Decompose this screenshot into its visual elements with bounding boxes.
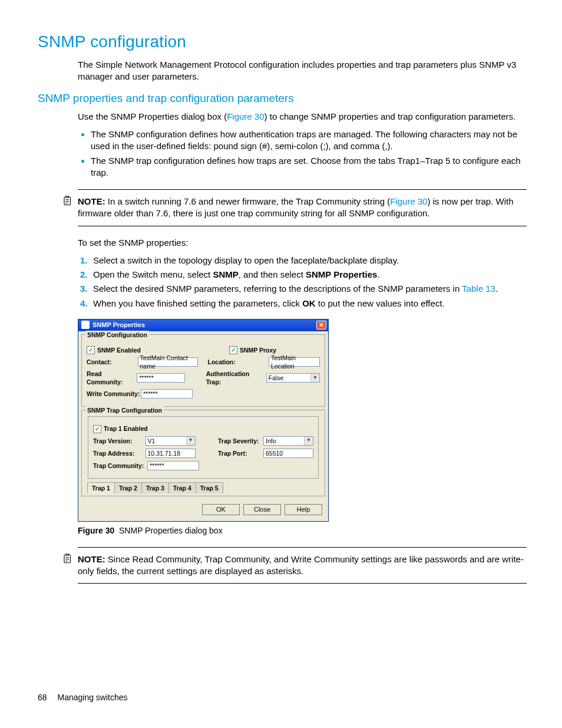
contact-label: Contact: xyxy=(87,358,138,366)
step-2: Open the Switch menu, select SNMP, and t… xyxy=(93,269,527,281)
note-label: NOTE: xyxy=(78,196,105,206)
figure-caption: Figure 30 SNMP Properties dialog box xyxy=(78,525,527,536)
ok-button[interactable]: OK xyxy=(202,504,240,515)
trap-tabs: Trap 1 Trap 2 Trap 3 Trap 4 Trap 5 xyxy=(87,482,319,493)
footer-section-title: Managing switches xyxy=(57,693,127,702)
contact-field[interactable]: TestMain Contact name xyxy=(138,357,198,367)
tab-trap1[interactable]: Trap 1 xyxy=(87,482,115,493)
intro-paragraph: The Simple Network Management Protocol c… xyxy=(78,59,527,83)
bullet-item: The SNMP trap configuration defines how … xyxy=(91,155,527,179)
page-number: 68 xyxy=(38,693,47,702)
group-legend: SNMP Configuration xyxy=(85,331,149,339)
step-3-b: . xyxy=(495,284,498,294)
figure-30-link[interactable]: Figure 30 xyxy=(390,196,427,206)
note-icon xyxy=(62,554,73,564)
trap-severity-value: Info xyxy=(266,437,276,445)
note-icon xyxy=(62,196,73,206)
table-13-link[interactable]: Table 13 xyxy=(462,284,495,294)
use-text-b: ) to change SNMP properties and trap con… xyxy=(265,111,516,121)
snmp-properties-dialog: SNMP Properties ✕ SNMP Configuration ✓ S… xyxy=(78,319,329,522)
trap-community-field[interactable]: ****** xyxy=(147,461,199,470)
to-set-paragraph: To set the SNMP properties: xyxy=(78,237,527,249)
read-community-field[interactable]: ****** xyxy=(137,373,185,383)
authentication-trap-value: False xyxy=(269,374,284,382)
trap-version-label: Trap Version: xyxy=(93,437,146,445)
tab-trap2[interactable]: Trap 2 xyxy=(114,482,142,493)
step-2-bold-props: SNMP Properties xyxy=(306,269,377,279)
chevron-down-icon: ▼ xyxy=(304,437,313,445)
snmp-proxy-checkbox[interactable]: ✓ SNMP Proxy xyxy=(229,346,276,354)
trap-version-value: V1 xyxy=(148,437,156,445)
figure-30-link[interactable]: Figure 30 xyxy=(227,111,264,121)
step-3-a: Select the desired SNMP parameters, refe… xyxy=(93,284,462,294)
snmp-trap-configuration-group: SNMP Trap Configuration ✓ Trap 1 Enabled… xyxy=(81,410,325,496)
checkbox-icon: ✓ xyxy=(87,346,95,354)
trap-inner-box: ✓ Trap 1 Enabled Trap Version: V1 ▼ Trap… xyxy=(88,416,319,478)
trap-severity-select[interactable]: Info ▼ xyxy=(263,436,313,446)
step-2-a: Open the Switch menu, select xyxy=(93,269,213,279)
use-dialog-paragraph: Use the SNMP Properties dialog box (Figu… xyxy=(78,111,527,123)
app-icon xyxy=(81,321,90,329)
trap-port-field[interactable]: 65510 xyxy=(263,449,313,458)
step-2-c: , and then select xyxy=(239,269,306,279)
note2-text: Since Read Community, Trap Community, an… xyxy=(78,554,524,576)
trap1-enabled-label: Trap 1 Enabled xyxy=(104,424,148,433)
figure-caption-text: SNMP Properties dialog box xyxy=(119,526,223,535)
step-1: Select a switch in the topology display … xyxy=(93,255,527,266)
trap1-enabled-checkbox[interactable]: ✓ Trap 1 Enabled xyxy=(93,424,148,433)
trap-address-field[interactable]: 10.31.71.18 xyxy=(146,449,196,458)
bullet-item: The SNMP configuration defines how authe… xyxy=(91,129,527,153)
heading-snmp-properties-trap: SNMP properties and trap configuration p… xyxy=(38,91,527,106)
close-button[interactable]: Close xyxy=(243,504,281,515)
step-3: Select the desired SNMP parameters, refe… xyxy=(93,283,527,295)
use-text-a: Use the SNMP Properties dialog box ( xyxy=(78,111,227,121)
page-footer: 68 Managing switches xyxy=(38,692,128,703)
trap-address-label: Trap Address: xyxy=(93,449,146,457)
tab-trap3[interactable]: Trap 3 xyxy=(141,482,169,493)
svg-rect-2 xyxy=(64,555,71,563)
note-block-2: NOTE: Since Read Community, Trap Communi… xyxy=(78,547,527,584)
note-block-1: NOTE: In a switch running 7.6 and newer … xyxy=(78,189,527,226)
location-field[interactable]: TestMain Location xyxy=(269,357,320,367)
checkbox-icon: ✓ xyxy=(229,346,237,354)
location-label: Location: xyxy=(208,358,269,366)
heading-snmp-configuration: SNMP configuration xyxy=(38,31,527,53)
dialog-titlebar[interactable]: SNMP Properties ✕ xyxy=(78,319,328,331)
close-icon[interactable]: ✕ xyxy=(316,321,326,330)
svg-rect-0 xyxy=(64,197,71,205)
snmp-configuration-group: SNMP Configuration ✓ SNMP Enabled ✓ SNMP… xyxy=(81,334,325,407)
authentication-trap-select[interactable]: False ▼ xyxy=(266,373,320,383)
checkbox-icon: ✓ xyxy=(93,425,101,433)
write-community-label: Write Community: xyxy=(87,390,141,398)
authentication-trap-label: Authentication Trap: xyxy=(206,370,266,386)
svg-rect-1 xyxy=(66,196,69,197)
step-4: When you have finished setting the param… xyxy=(93,298,527,309)
step-4-a: When you have finished setting the param… xyxy=(93,298,302,308)
snmp-enabled-checkbox[interactable]: ✓ SNMP Enabled xyxy=(87,346,141,354)
note1-text-a: In a switch running 7.6 and newer firmwa… xyxy=(108,196,390,206)
trap-port-label: Trap Port: xyxy=(218,449,263,457)
chevron-down-icon: ▼ xyxy=(186,437,195,445)
tab-trap4[interactable]: Trap 4 xyxy=(168,482,196,493)
trap-community-label: Trap Community: xyxy=(93,462,147,470)
group-legend: SNMP Trap Configuration xyxy=(85,406,164,414)
help-button[interactable]: Help xyxy=(285,504,322,515)
step-2-e: . xyxy=(377,269,379,279)
chevron-down-icon: ▼ xyxy=(310,374,319,382)
note-label: NOTE: xyxy=(78,554,105,564)
svg-rect-3 xyxy=(66,554,69,555)
figure-caption-label: Figure 30 xyxy=(78,526,114,535)
dialog-title: SNMP Properties xyxy=(92,321,316,330)
step-2-bold-snmp: SNMP xyxy=(213,269,238,279)
step-4-bold-ok: OK xyxy=(302,298,316,308)
step-4-c: to put the new values into effect. xyxy=(316,298,445,308)
snmp-enabled-label: SNMP Enabled xyxy=(97,346,141,354)
trap-severity-label: Trap Severity: xyxy=(218,437,263,445)
tab-trap5[interactable]: Trap 5 xyxy=(196,482,223,493)
write-community-field[interactable]: ****** xyxy=(141,389,193,398)
read-community-label: Read Community: xyxy=(87,370,137,386)
trap-version-select[interactable]: V1 ▼ xyxy=(146,436,196,446)
